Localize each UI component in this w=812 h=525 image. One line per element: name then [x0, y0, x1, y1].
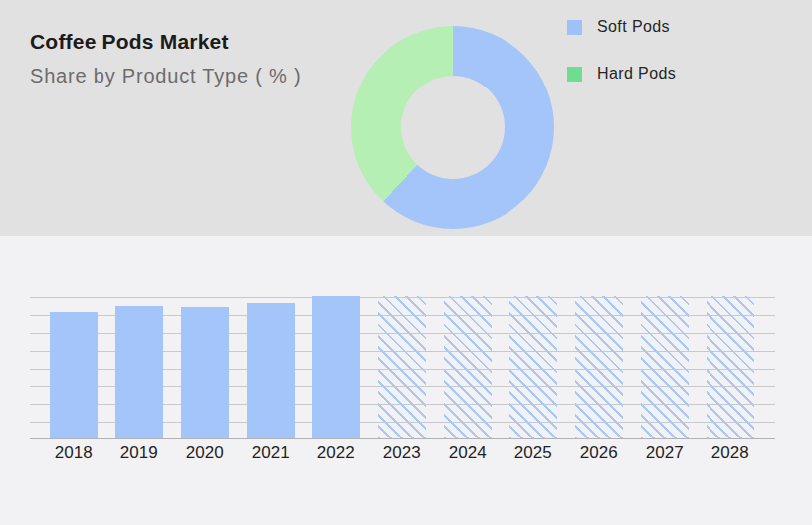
bar-forecast: [707, 296, 754, 438]
bar-forecast: [378, 296, 426, 438]
donut-chart-panel: Coffee Pods Market Share by Product Type…: [0, 0, 812, 236]
legend-item: Hard Pods: [567, 65, 676, 83]
x-axis-label: 2027: [632, 443, 698, 463]
donut-hole: [401, 76, 505, 179]
bar-actual: [312, 296, 360, 438]
x-axis-label: 2020: [172, 443, 238, 463]
bar-actual: [115, 306, 163, 438]
bar-chart-panel: 2018201920202021202220232024202520262027…: [0, 236, 812, 525]
legend-swatch-icon: [567, 67, 582, 82]
chart-subtitle: Share by Product Type ( % ): [30, 65, 301, 88]
title-block: Coffee Pods Market Share by Product Type…: [30, 30, 301, 88]
donut-chart: [351, 26, 554, 229]
legend-item: Soft Pods: [567, 18, 676, 36]
bar-forecast: [509, 296, 557, 438]
bar-actual: [50, 312, 98, 438]
bar-forecast: [444, 296, 492, 438]
legend-swatch-icon: [567, 20, 582, 35]
legend-label: Soft Pods: [597, 18, 670, 36]
bar-actual: [181, 307, 229, 438]
x-axis-label: 2023: [369, 443, 435, 463]
x-axis-label: 2026: [566, 443, 632, 463]
chart-legend: Soft PodsHard Pods: [567, 18, 676, 111]
x-axis-label: 2018: [41, 443, 106, 463]
bar-forecast: [575, 296, 623, 438]
chart-title: Coffee Pods Market: [30, 30, 301, 54]
bar-actual: [247, 303, 295, 438]
legend-label: Hard Pods: [597, 65, 676, 83]
x-axis-label: 2022: [304, 443, 369, 463]
x-axis-label: 2025: [501, 443, 566, 463]
bar-forecast: [641, 296, 689, 438]
x-axis-label: 2024: [435, 443, 501, 463]
bar-plot: 2018201920202021202220232024202520262027…: [30, 297, 775, 439]
x-axis-label: 2019: [106, 443, 172, 463]
x-axis-label: 2021: [238, 443, 304, 463]
x-axis-label: 2028: [698, 443, 763, 463]
